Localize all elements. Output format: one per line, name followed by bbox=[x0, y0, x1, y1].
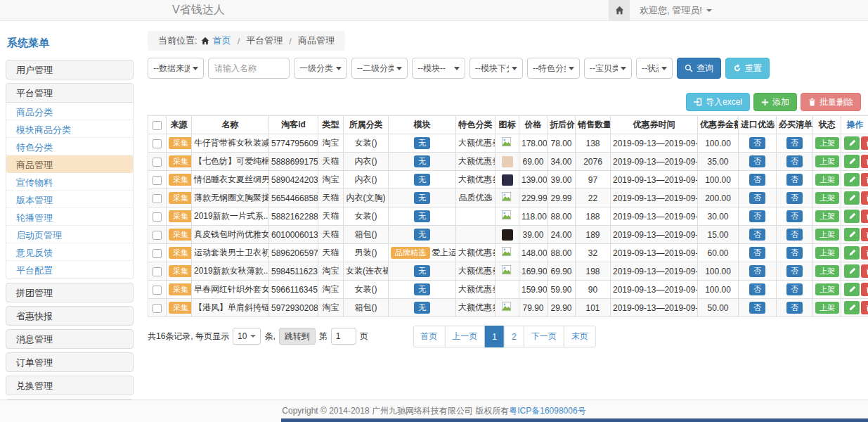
level2-category-select[interactable]: --二级分类-- bbox=[351, 58, 408, 79]
reset-button[interactable]: 重置 bbox=[725, 58, 770, 79]
page-button-1[interactable]: 1 bbox=[484, 326, 505, 347]
delete-button[interactable] bbox=[861, 191, 868, 205]
module-subcategory-select[interactable]: --模块下分类-- bbox=[469, 58, 523, 79]
delete-button[interactable] bbox=[861, 301, 868, 314]
page-number-input[interactable] bbox=[331, 328, 356, 345]
import-select-toggle[interactable]: 否 bbox=[749, 155, 765, 167]
edit-button[interactable] bbox=[844, 228, 860, 241]
row-checkbox[interactable] bbox=[153, 286, 162, 295]
status-toggle[interactable]: 上架 bbox=[815, 155, 839, 167]
sidebar-item-1-4[interactable]: 宣传物料 bbox=[6, 173, 133, 191]
must-buy-toggle[interactable]: 否 bbox=[786, 192, 803, 204]
sidebar-item-1-1[interactable]: 模块商品分类 bbox=[6, 120, 133, 138]
edit-button[interactable] bbox=[844, 173, 860, 186]
delete-button[interactable] bbox=[861, 283, 868, 296]
sidebar-group-2[interactable]: 拼团管理 bbox=[6, 283, 134, 302]
edit-button[interactable] bbox=[844, 136, 860, 150]
row-checkbox[interactable] bbox=[153, 176, 162, 185]
import-select-toggle[interactable]: 否 bbox=[749, 210, 765, 222]
breadcrumb-home-link[interactable]: 首页 bbox=[213, 34, 231, 47]
icp-link[interactable]: 粤ICP备16098006号 bbox=[509, 406, 585, 416]
row-checkbox[interactable] bbox=[153, 267, 162, 276]
data-source-select[interactable]: --数据来源-- bbox=[148, 58, 204, 79]
delete-button[interactable] bbox=[861, 228, 868, 241]
page-button-下一页[interactable]: 下一页 bbox=[524, 326, 564, 347]
row-checkbox[interactable] bbox=[153, 212, 162, 222]
must-buy-toggle[interactable]: 否 bbox=[786, 283, 803, 295]
name-search-input[interactable] bbox=[208, 58, 290, 79]
row-checkbox[interactable] bbox=[153, 139, 162, 148]
import-excel-button[interactable]: 导入excel bbox=[686, 93, 750, 111]
batch-delete-button[interactable]: 批量删除 bbox=[801, 93, 861, 111]
status-toggle[interactable]: 上架 bbox=[815, 265, 839, 277]
sidebar-item-1-9[interactable]: 平台配置 bbox=[6, 261, 133, 279]
row-checkbox[interactable] bbox=[153, 158, 162, 167]
add-button[interactable]: 添加 bbox=[753, 93, 797, 111]
edit-button[interactable] bbox=[844, 155, 860, 168]
per-page-select[interactable]: 10 bbox=[233, 328, 261, 345]
sidebar-item-1-2[interactable]: 特色分类 bbox=[6, 138, 133, 155]
status-toggle[interactable]: 上架 bbox=[815, 137, 839, 149]
edit-button[interactable] bbox=[844, 246, 860, 260]
import-select-toggle[interactable]: 否 bbox=[749, 174, 765, 186]
sidebar-item-1-5[interactable]: 版本管理 bbox=[6, 191, 133, 208]
page-button-2[interactable]: 2 bbox=[504, 326, 524, 347]
status-toggle[interactable]: 上架 bbox=[815, 283, 839, 295]
must-buy-toggle[interactable]: 否 bbox=[786, 174, 803, 186]
delete-button[interactable] bbox=[861, 264, 868, 278]
delete-button[interactable] bbox=[861, 155, 868, 168]
sidebar-group-1[interactable]: 平台管理 bbox=[6, 83, 134, 103]
page-button-末页[interactable]: 末页 bbox=[564, 326, 596, 347]
sidebar-item-1-6[interactable]: 轮播管理 bbox=[6, 208, 133, 226]
page-button-首页[interactable]: 首页 bbox=[413, 326, 445, 347]
must-buy-toggle[interactable]: 否 bbox=[786, 247, 803, 259]
edit-button[interactable] bbox=[844, 283, 860, 296]
must-buy-toggle[interactable]: 否 bbox=[786, 302, 803, 314]
status-toggle[interactable]: 上架 bbox=[815, 302, 839, 314]
sidebar-group-4[interactable]: 消息管理 bbox=[6, 329, 134, 349]
must-buy-toggle[interactable]: 否 bbox=[786, 229, 803, 241]
page-button-上一页[interactable]: 上一页 bbox=[444, 326, 485, 347]
status-toggle[interactable]: 上架 bbox=[815, 210, 839, 222]
import-select-toggle[interactable]: 否 bbox=[749, 302, 765, 314]
sidebar-group-5[interactable]: 订单管理 bbox=[6, 352, 134, 372]
delete-button[interactable] bbox=[861, 210, 868, 223]
import-select-toggle[interactable]: 否 bbox=[749, 192, 765, 204]
level1-category-select[interactable]: 一级分类 bbox=[294, 58, 347, 79]
import-select-toggle[interactable]: 否 bbox=[749, 137, 765, 149]
item-type-select[interactable]: --宝贝类型-- bbox=[584, 58, 632, 79]
feature-category-select[interactable]: --特色分类-- bbox=[527, 58, 580, 79]
jump-button[interactable]: 跳转到 bbox=[279, 328, 316, 345]
edit-button[interactable] bbox=[844, 210, 860, 223]
delete-button[interactable] bbox=[861, 136, 868, 150]
status-toggle[interactable]: 上架 bbox=[815, 192, 839, 204]
module-select[interactable]: --模块-- bbox=[412, 58, 465, 79]
sidebar-item-1-0[interactable]: 商品分类 bbox=[6, 103, 133, 120]
search-button[interactable]: 查询 bbox=[677, 58, 721, 79]
row-checkbox[interactable] bbox=[153, 231, 162, 240]
row-checkbox[interactable] bbox=[153, 194, 162, 203]
edit-button[interactable] bbox=[844, 264, 860, 278]
status-toggle[interactable]: 上架 bbox=[815, 247, 839, 259]
row-checkbox[interactable] bbox=[153, 304, 162, 313]
must-buy-toggle[interactable]: 否 bbox=[786, 265, 803, 277]
import-select-toggle[interactable]: 否 bbox=[749, 265, 765, 277]
select-all-checkbox[interactable] bbox=[153, 121, 162, 130]
sidebar-group-0[interactable]: 用户管理 bbox=[6, 60, 134, 79]
home-button[interactable] bbox=[609, 0, 630, 21]
sidebar-item-1-7[interactable]: 启动页管理 bbox=[6, 226, 133, 243]
edit-button[interactable] bbox=[844, 191, 860, 205]
must-buy-toggle[interactable]: 否 bbox=[786, 155, 803, 167]
user-menu[interactable]: 欢迎您, 管理员! bbox=[640, 4, 712, 17]
sidebar-group-3[interactable]: 省惠快报 bbox=[6, 306, 134, 326]
delete-button[interactable] bbox=[861, 173, 868, 186]
status-toggle[interactable]: 上架 bbox=[815, 174, 839, 186]
import-select-toggle[interactable]: 否 bbox=[749, 283, 765, 295]
status-select[interactable]: --状态-- bbox=[636, 58, 673, 79]
sidebar-group-6[interactable]: 兑换管理 bbox=[6, 376, 134, 395]
sidebar-item-1-3[interactable]: 商品管理 bbox=[6, 155, 133, 173]
status-toggle[interactable]: 上架 bbox=[815, 229, 839, 241]
edit-button[interactable] bbox=[844, 301, 860, 314]
sidebar-item-1-8[interactable]: 意见反馈 bbox=[6, 243, 133, 261]
row-checkbox[interactable] bbox=[153, 249, 162, 258]
